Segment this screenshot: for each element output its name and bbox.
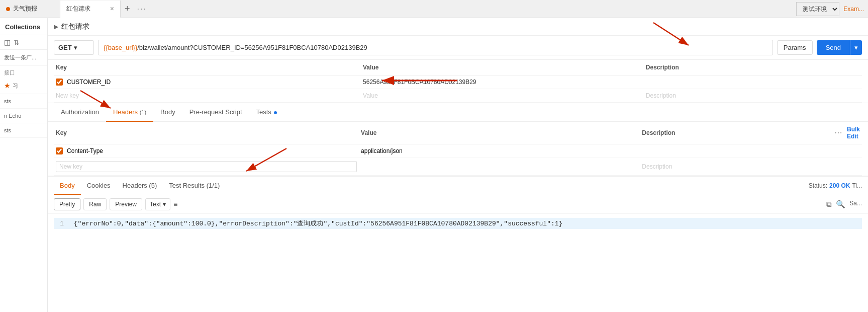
url-input[interactable]: {{base_url}}/biz/wallet/amount?CUSTOMER_… <box>98 40 773 55</box>
response-tab-cookies[interactable]: Cookies <box>81 177 117 195</box>
params-key-header: Key <box>54 60 361 75</box>
response-status: Status: 200 OK Ti... <box>809 182 862 189</box>
request-tabs-nav: Authorization Headers (1) Body Pre-reque… <box>48 103 868 122</box>
search-response-icon[interactable]: 🔍 <box>836 200 845 209</box>
tests-dot-indicator <box>274 111 277 114</box>
tab-weather[interactable]: 天气预报 <box>0 0 60 18</box>
params-desc-header: Description <box>644 60 862 75</box>
copy-response-icon[interactable]: ⧉ <box>826 200 832 209</box>
params-new-key-input[interactable] <box>56 92 359 99</box>
line-number-1: 1 <box>54 220 64 227</box>
response-toolbar: Pretty Raw Preview Text ▾ ≡ ⧉ 🔍 Sa... <box>48 195 868 214</box>
sidebar-item-3[interactable]: sts <box>0 94 47 109</box>
sidebar-item-2[interactable]: ★ 习 <box>0 77 47 94</box>
star-icon-2: ★ <box>4 82 11 90</box>
headers-new-value <box>359 158 640 176</box>
app-container: 天气预报 红包请求 × + ··· 测试环境生产环境 Exam... Colle… <box>0 0 868 312</box>
headers-new-key-input[interactable] <box>59 163 353 170</box>
send-btn-group: Send ▾ <box>817 40 862 55</box>
response-content: {"errorNo":0,"data":{"amount":100.0},"er… <box>74 220 563 227</box>
main-content: Collections ◫ ⇅ 发送一条广... 接口 ★ 习 sts n Ec… <box>0 18 868 312</box>
send-dropdown-button[interactable]: ▾ <box>850 40 862 55</box>
response-status-code: 200 OK <box>829 182 850 189</box>
request-title-bar: ▶ 红包请求 <box>48 18 868 36</box>
headers-table: Key Value Description ··· Bulk Edit <box>54 122 862 176</box>
collapse-arrow-icon[interactable]: ▶ <box>54 23 58 30</box>
line-wrap-icon[interactable]: ≡ <box>173 200 177 208</box>
method-select[interactable]: GET ▾ <box>54 40 94 55</box>
tab-weather-label: 天气预报 <box>13 5 37 13</box>
request-title: 红包请求 <box>61 22 89 31</box>
header-row-1-checkbox[interactable] <box>56 147 63 154</box>
sidebar-item-1[interactable]: 发送一条广... <box>0 50 47 66</box>
headers-more-icon[interactable]: ··· <box>835 129 843 136</box>
environment-select[interactable]: 测试环境生产环境 <box>796 2 839 16</box>
tab-body[interactable]: Body <box>153 103 182 122</box>
param-row-1-key: CUSTOMER_ID <box>67 79 111 86</box>
interface-label: 接口 <box>0 66 47 77</box>
response-body: 1 {"errorNo":0,"data":{"amount":100.0},"… <box>48 214 868 312</box>
tab-more-button[interactable]: ··· <box>134 5 150 14</box>
url-base-part: {{base_url}} <box>104 44 137 51</box>
params-button[interactable]: Params <box>777 40 813 55</box>
params-table: Key Value Description CUSTOMER_ID <box>54 60 862 103</box>
response-time-label: Ti... <box>852 182 862 189</box>
bulk-edit-button[interactable]: Bulk Edit <box>847 126 860 140</box>
params-new-desc: Description <box>646 92 676 99</box>
sidebar-items: 发送一条广... 接口 ★ 习 sts n Echo sts <box>0 50 47 312</box>
header-row-1-key: Content-Type <box>67 147 103 154</box>
preview-button[interactable]: Preview <box>110 198 142 210</box>
url-bar: GET ▾ {{base_url}}/biz/wallet/amount?CUS… <box>48 36 868 60</box>
response-tab-body[interactable]: Body <box>54 177 81 195</box>
save-response-label[interactable]: Sa... <box>849 200 862 209</box>
sidebar: Collections ◫ ⇅ 发送一条广... 接口 ★ 习 sts n Ec… <box>0 18 48 312</box>
add-tab-button[interactable]: + <box>121 4 134 14</box>
headers-key-header: Key <box>54 122 359 144</box>
headers-desc-header: Description <box>640 122 833 144</box>
close-tab-icon[interactable]: × <box>110 5 114 12</box>
tab-weather-dot <box>6 7 10 11</box>
param-row-1-desc <box>644 75 862 89</box>
header-row-1: Content-Type application/json <box>54 144 862 158</box>
new-collection-icon[interactable]: ◫ <box>4 38 11 46</box>
pretty-button[interactable]: Pretty <box>54 198 80 210</box>
headers-section: Key Value Description ··· Bulk Edit <box>48 122 868 176</box>
tab-hongbao[interactable]: 红包请求 × <box>60 1 121 18</box>
params-new-value: Value <box>363 92 378 99</box>
tab-hongbao-label: 红包请求 <box>66 5 90 13</box>
example-link[interactable]: Exam... <box>843 6 864 13</box>
response-status-label: Status: <box>809 182 827 189</box>
raw-button[interactable]: Raw <box>83 198 107 210</box>
header-new-row: Description <box>54 158 862 176</box>
sidebar-toolbar: ◫ ⇅ <box>0 35 47 50</box>
sidebar-item-1-label: 发送一条广... <box>4 54 36 61</box>
sidebar-item-5[interactable]: sts <box>0 123 47 138</box>
param-row-1: CUSTOMER_ID 56256A951F81F0BCA10780AD0213… <box>54 75 862 89</box>
send-button[interactable]: Send <box>817 40 850 55</box>
param-row-1-checkbox[interactable] <box>56 79 63 86</box>
format-dropdown-icon: ▾ <box>163 201 166 208</box>
response-line-1: 1 {"errorNo":0,"data":{"amount":100.0},"… <box>54 218 862 229</box>
request-area: ▶ 红包请求 GET ▾ {{base_url}}/biz/wallet/amo… <box>48 18 868 312</box>
headers-value-header: Value <box>359 122 640 144</box>
response-tab-test-results[interactable]: Test Results (1/1) <box>163 177 226 195</box>
tab-authorization[interactable]: Authorization <box>54 103 106 122</box>
headers-actions-header: ··· Bulk Edit <box>833 122 862 144</box>
response-section: Body Cookies Headers (5) Test Results (1… <box>48 176 868 312</box>
tab-headers[interactable]: Headers (1) <box>106 103 153 122</box>
send-dropdown-icon: ▾ <box>854 44 858 51</box>
sidebar-title: Collections <box>0 18 47 35</box>
url-path-part: /biz/wallet/amount?CUSTOMER_ID=56256A951… <box>137 44 367 51</box>
sort-icon[interactable]: ⇅ <box>14 38 20 46</box>
sidebar-item-4[interactable]: n Echo <box>0 109 47 123</box>
method-text: GET <box>58 44 72 51</box>
tab-prerequest[interactable]: Pre-request Script <box>182 103 249 122</box>
response-tab-headers[interactable]: Headers (5) <box>117 177 163 195</box>
format-text: Text <box>150 201 161 208</box>
response-tabs: Body Cookies Headers (5) Test Results (1… <box>48 176 868 195</box>
sidebar-item-3-label: sts <box>4 98 11 104</box>
header-row-1-value: application/json <box>359 144 640 158</box>
format-select[interactable]: Text ▾ <box>145 198 170 210</box>
sidebar-item-4-label: n Echo <box>4 113 21 119</box>
tab-tests[interactable]: Tests <box>249 103 284 122</box>
